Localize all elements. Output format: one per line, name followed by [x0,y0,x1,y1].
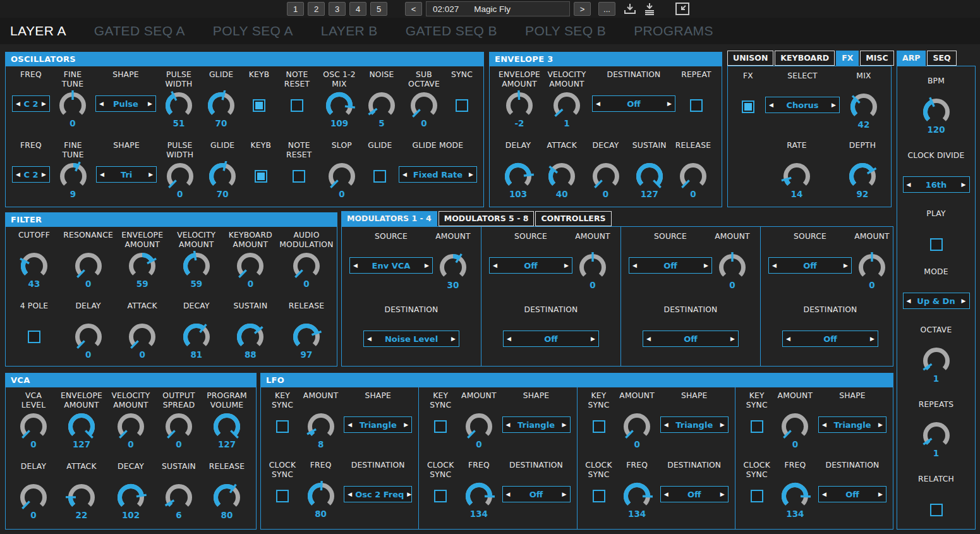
filter-delay-knob[interactable] [71,322,106,351]
stepper-right-icon[interactable]: ▶ [466,172,476,178]
stepper-right-icon[interactable]: ▶ [717,492,728,497]
tab-poly-seq-a[interactable]: POLY SEQ A [199,23,307,39]
filter-release-knob[interactable] [289,322,324,351]
stepper-left-icon[interactable]: ◀ [819,422,830,428]
stepper-left-icon[interactable]: ◀ [344,422,355,428]
stepper-right-icon[interactable]: ▶ [664,101,675,107]
tab-gated-seq-b[interactable]: GATED SEQ B [392,23,511,39]
stepper-right-icon[interactable]: ▶ [401,422,411,428]
lfo3-amount-knob[interactable] [619,411,655,440]
vca-envelope-amount-knob[interactable] [64,411,99,440]
lfo4-key-sync-checkbox[interactable] [751,420,763,433]
download-icon[interactable] [622,1,638,16]
mod1-destination-stepper[interactable]: ◀Noise Level▶ [363,331,459,347]
mod1-amount-knob[interactable] [435,252,471,281]
tab-gated-seq-a[interactable]: GATED SEQ A [80,23,199,39]
lfo4-destination-stepper[interactable]: ◀Off▶ [818,486,886,502]
lfo3-shape-stepper[interactable]: ◀Triangle▶ [660,416,729,433]
noise-level-knob[interactable] [364,90,399,119]
vca-output-spread-knob[interactable] [161,411,197,440]
stepper-right-icon[interactable]: ▶ [145,101,155,107]
stepper-left-icon[interactable]: ◀ [643,336,654,342]
vca-release-knob[interactable] [209,482,245,511]
arp-bpm-knob[interactable] [919,97,954,126]
mod1-source-stepper[interactable]: ◀Env VCA▶ [349,257,433,274]
sync-checkbox[interactable] [456,99,468,112]
lfo3-destination-stepper[interactable]: ◀Off▶ [660,486,729,502]
mod4-source-stepper[interactable]: ◀Off▶ [768,257,852,274]
mod2-destination-stepper[interactable]: ◀Off▶ [503,331,599,347]
stepper-right-icon[interactable]: ▶ [875,492,886,497]
stepper-right-icon[interactable]: ▶ [39,172,49,178]
filter-velocity-amount-knob[interactable] [179,251,214,280]
mod3-source-stepper[interactable]: ◀Off▶ [629,257,712,274]
mod3-amount-knob[interactable] [715,252,750,281]
lfo4-shape-stepper[interactable]: ◀Triangle▶ [818,416,886,433]
tab-misc[interactable]: MISC [860,51,893,66]
env3-delay-knob[interactable] [500,161,536,190]
stepper-right-icon[interactable]: ▶ [701,263,711,269]
lfo1-shape-stepper[interactable]: ◀Triangle▶ [344,416,412,433]
stepper-left-icon[interactable]: ◀ [13,101,23,107]
slop-knob[interactable] [324,161,360,190]
osc2-fine-tune-knob[interactable] [56,161,91,190]
preset-5-button[interactable]: 5 [370,2,387,16]
stepper-left-icon[interactable]: ◀ [783,336,794,342]
fx-rate-knob[interactable] [779,161,814,190]
preset-3-button[interactable]: 3 [329,2,346,16]
stepper-right-icon[interactable]: ▶ [867,336,878,342]
env3-destination-stepper[interactable]: ◀Off▶ [592,95,675,112]
filter-envelope-amount-knob[interactable] [124,251,160,280]
osc1-freq-stepper[interactable]: ◀C 2▶ [12,95,50,112]
mod2-source-stepper[interactable]: ◀Off▶ [489,257,572,274]
lfo2-clock-sync-checkbox[interactable] [434,490,447,502]
filter-cutoff-knob[interactable] [16,251,52,280]
mod4-amount-knob[interactable] [854,252,890,281]
stepper-left-icon[interactable]: ◀ [769,263,780,269]
lfo2-shape-stepper[interactable]: ◀Triangle▶ [502,416,571,433]
arp-relatch-checkbox[interactable] [930,504,943,516]
osc1-shape-stepper[interactable]: ◀Pulse▶ [95,95,156,112]
next-program-button[interactable]: > [574,2,591,16]
stepper-left-icon[interactable]: ◀ [399,172,410,178]
lfo2-destination-stepper[interactable]: ◀Off▶ [502,486,571,502]
env3-repeat-checkbox[interactable] [690,99,703,112]
stepper-right-icon[interactable]: ▶ [561,263,572,269]
stepper-right-icon[interactable]: ▶ [404,492,414,497]
tab-layer-a[interactable]: LAYER A [10,23,80,39]
osc2-freq-stepper[interactable]: ◀C 2▶ [12,166,50,183]
env3-envelope-amount-knob[interactable] [502,90,537,119]
osc2-pulse-width-knob[interactable] [162,161,198,190]
stepper-right-icon[interactable]: ▶ [448,336,459,342]
filter-decay-knob[interactable] [179,322,214,351]
stepper-left-icon[interactable]: ◀ [97,172,107,178]
stepper-left-icon[interactable]: ◀ [503,422,514,428]
tab-layer-b[interactable]: LAYER B [307,23,392,39]
stepper-right-icon[interactable]: ▶ [828,102,839,108]
tab-modulators-1-4[interactable]: MODULATORS 1 - 4 [341,211,437,226]
env3-decay-knob[interactable] [588,161,624,190]
stepper-left-icon[interactable]: ◀ [661,492,672,497]
lfo3-key-sync-checkbox[interactable] [593,420,605,433]
vca-delay-knob[interactable] [16,482,51,511]
tab-controllers[interactable]: CONTROLLERS [535,211,611,226]
lfo1-clock-sync-checkbox[interactable] [276,490,289,502]
tab-fx[interactable]: FX [836,51,859,66]
stepper-right-icon[interactable]: ▶ [39,101,49,107]
tab-programs[interactable]: PROGRAMS [620,23,727,39]
stepper-left-icon[interactable]: ◀ [96,101,107,107]
vca-level-knob[interactable] [16,411,51,440]
lfo1-amount-knob[interactable] [303,411,339,440]
stepper-right-icon[interactable]: ▶ [959,182,969,188]
arp-mode-stepper[interactable]: ◀Up & Dn▶ [903,293,970,309]
tab-arp[interactable]: ARP [897,51,926,66]
lfo3-clock-sync-checkbox[interactable] [593,490,605,502]
filter-keyboard-amount-knob[interactable] [233,251,268,280]
osc1-glide-knob[interactable] [203,90,239,119]
stepper-left-icon[interactable]: ◀ [364,336,375,342]
write-icon[interactable] [641,1,658,16]
stepper-right-icon[interactable]: ▶ [559,422,570,428]
stepper-right-icon[interactable]: ▶ [145,172,156,178]
stepper-left-icon[interactable]: ◀ [766,102,777,108]
fx-select-stepper[interactable]: ◀Chorus▶ [765,97,840,113]
